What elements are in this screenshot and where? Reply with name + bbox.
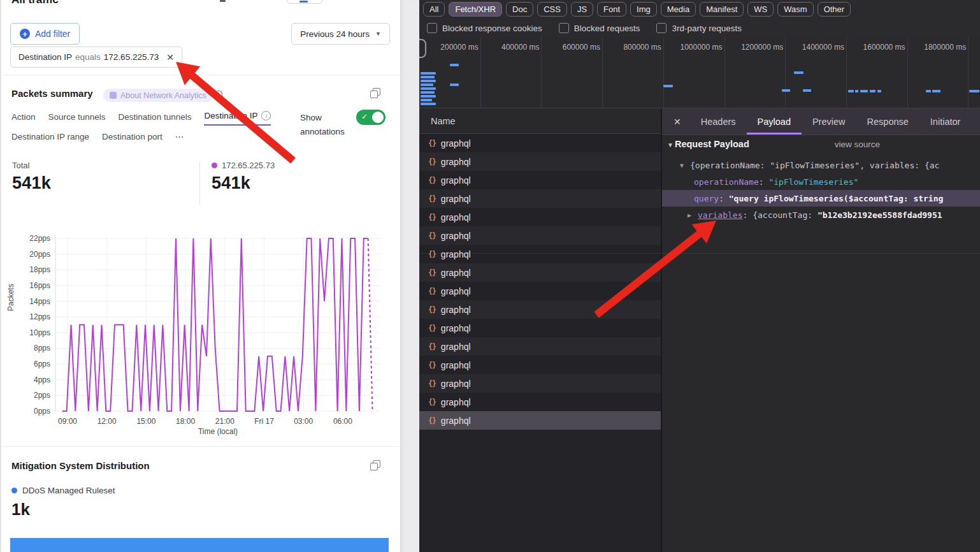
book-icon xyxy=(110,92,117,99)
tab-label: ⋯ xyxy=(175,131,184,142)
clock-icon xyxy=(214,90,223,99)
payload-text: : xyxy=(759,177,769,187)
request-row[interactable]: {}graphql xyxy=(419,337,661,356)
request-row[interactable]: {}graphql xyxy=(419,152,661,171)
checkbox-3rd-party-requests[interactable]: 3rd-party requests xyxy=(656,23,742,33)
remove-filter-icon[interactable]: ✕ xyxy=(166,52,174,62)
request-row[interactable]: {}graphql xyxy=(419,171,661,189)
detail-tab-payload[interactable]: Payload xyxy=(747,108,802,134)
request-row[interactable]: {}graphql xyxy=(419,319,661,337)
tab-destination-tunnels[interactable]: Destination tunnels xyxy=(119,112,192,126)
view-source-link[interactable]: view source xyxy=(835,140,880,149)
request-row[interactable]: {}graphql xyxy=(419,189,661,208)
request-row[interactable]: {}graphql xyxy=(419,356,661,374)
total-cell: 172.65.225.73541k xyxy=(212,161,275,193)
badge-label: About Network Analytics xyxy=(120,91,206,100)
tab-destination-port[interactable]: Destination port xyxy=(102,132,162,145)
check-icon: ✓ xyxy=(361,112,368,121)
network-overview-timeline[interactable]: 200000 ms400000 ms600000 ms800000 ms1000… xyxy=(419,37,980,108)
filter-pill-ws[interactable]: WS xyxy=(747,2,774,17)
payload-text: "b12e3b2192ee5588fdad9951 xyxy=(818,210,942,220)
payload-line[interactable]: ▼ {operationName: "ipFlowTimeseries", va… xyxy=(662,157,980,173)
x-axis-label: Time (local) xyxy=(167,427,269,436)
request-name: graphql xyxy=(441,286,471,296)
filter-chip[interactable]: Destination IP equals 172.65.225.73 ✕ xyxy=(10,47,182,68)
request-row[interactable]: {}graphql xyxy=(419,134,661,152)
x-tick: Fri 17 xyxy=(247,417,282,426)
x-tick: 09:00 xyxy=(50,417,85,426)
x-tick: 03:00 xyxy=(285,417,321,426)
request-row[interactable]: {}graphql xyxy=(419,282,661,300)
request-row[interactable]: {}graphql xyxy=(419,245,661,263)
payload-line[interactable]: ▶ variables: {accountTag: "b12e3b2192ee5… xyxy=(662,207,980,223)
close-icon[interactable]: ✕ xyxy=(662,108,690,134)
payload-text: "ipFlowTimeseries" xyxy=(768,177,858,187)
request-name: graphql xyxy=(441,231,471,241)
show-annotations-toggle[interactable]: ✓ xyxy=(356,110,386,125)
about-network-analytics-badge[interactable]: About Network Analytics xyxy=(103,89,213,102)
tab-action[interactable]: Action xyxy=(11,112,36,126)
request-name: graphql xyxy=(441,305,471,315)
json-braces-icon: {} xyxy=(428,268,436,277)
request-row[interactable]: {}graphql xyxy=(419,226,661,245)
detail-tab-headers[interactable]: Headers xyxy=(690,108,747,134)
filter-pill-other[interactable]: Other xyxy=(818,2,851,17)
tab-source-tunnels[interactable]: Source tunnels xyxy=(48,112,106,126)
request-row[interactable]: {}graphql xyxy=(419,300,661,319)
filter-pill-css[interactable]: CSS xyxy=(537,2,567,17)
checkbox-blocked-requests[interactable]: Blocked requests xyxy=(559,23,640,33)
json-braces-icon: {} xyxy=(428,379,436,388)
request-row[interactable]: {}graphql xyxy=(419,411,661,430)
payload-text: ▼ xyxy=(680,162,688,169)
filter-pill-wasm[interactable]: Wasm xyxy=(777,2,813,17)
waterfall-mark xyxy=(855,90,858,92)
y-tick: 2pps xyxy=(22,391,50,400)
waterfall-mark xyxy=(870,90,876,92)
payload-line[interactable]: operationName: "ipFlowTimeseries" xyxy=(662,173,980,190)
total-label: 172.65.225.73 xyxy=(212,161,275,170)
request-list-empty-area xyxy=(419,430,661,552)
request-row[interactable]: {}graphql xyxy=(419,393,661,411)
payload-line[interactable]: query: "query ipFlowTimeseries($accountT… xyxy=(662,190,980,207)
json-braces-icon: {} xyxy=(428,250,436,259)
detail-tab-response[interactable]: Response xyxy=(856,108,919,134)
timeline-tick-label: 1400000 ms xyxy=(786,43,844,52)
tab-destination-ip[interactable]: Destination IPi xyxy=(204,111,271,126)
tab-destination-ip-range[interactable]: Destination IP range xyxy=(11,132,89,145)
filter-pill-doc[interactable]: Doc xyxy=(506,2,533,17)
request-row[interactable]: {}graphql xyxy=(419,208,661,226)
expand-card-icon[interactable] xyxy=(370,88,380,98)
name-column-header[interactable]: Name xyxy=(419,108,661,134)
chevron-down-icon: ▼ xyxy=(375,31,381,37)
request-payload-title[interactable]: ▼Request Payload xyxy=(667,139,749,149)
time-range-dropdown[interactable]: Previous 24 hours ▼ xyxy=(291,23,390,45)
request-name: graphql xyxy=(441,268,471,278)
filter-pill-manifest[interactable]: Manifest xyxy=(700,2,744,17)
filter-pill-fetch-xhr[interactable]: Fetch/XHR xyxy=(449,2,502,17)
tab--[interactable]: ⋯ xyxy=(175,131,184,145)
json-braces-icon: {} xyxy=(428,416,436,425)
timeline-tick-label: 400000 ms xyxy=(480,43,539,52)
request-row[interactable]: {}graphql xyxy=(419,374,661,393)
waterfall-mark xyxy=(877,90,881,92)
timeline-tick-label: 2000000 ms xyxy=(969,43,980,52)
json-braces-icon: {} xyxy=(428,287,436,296)
payload-tree: ▼ {operationName: "ipFlowTimeseries", va… xyxy=(662,157,980,223)
detail-tab-preview[interactable]: Preview xyxy=(802,108,856,134)
request-name: graphql xyxy=(441,397,471,407)
tab-label: Destination tunnels xyxy=(119,112,192,122)
filter-pill-js[interactable]: JS xyxy=(571,2,593,17)
waterfall-mark xyxy=(782,89,790,92)
detail-tab-initiator[interactable]: Initiator xyxy=(919,108,972,134)
waterfall-mark xyxy=(421,72,436,75)
filter-pill-media[interactable]: Media xyxy=(661,2,696,17)
tab-label: Source tunnels xyxy=(48,112,106,122)
filter-pill-all[interactable]: All xyxy=(423,2,445,17)
filter-pill-font[interactable]: Font xyxy=(597,2,626,17)
dimension-tabs-row-1: ActionSource tunnelsDestination tunnelsD… xyxy=(11,109,271,126)
checkbox-blocked-response-cookies[interactable]: Blocked response cookies xyxy=(427,23,542,33)
add-filter-button[interactable]: + Add filter xyxy=(10,23,80,45)
expand-card-icon[interactable] xyxy=(370,460,380,470)
request-row[interactable]: {}graphql xyxy=(419,263,661,282)
filter-pill-img[interactable]: Img xyxy=(630,2,657,17)
